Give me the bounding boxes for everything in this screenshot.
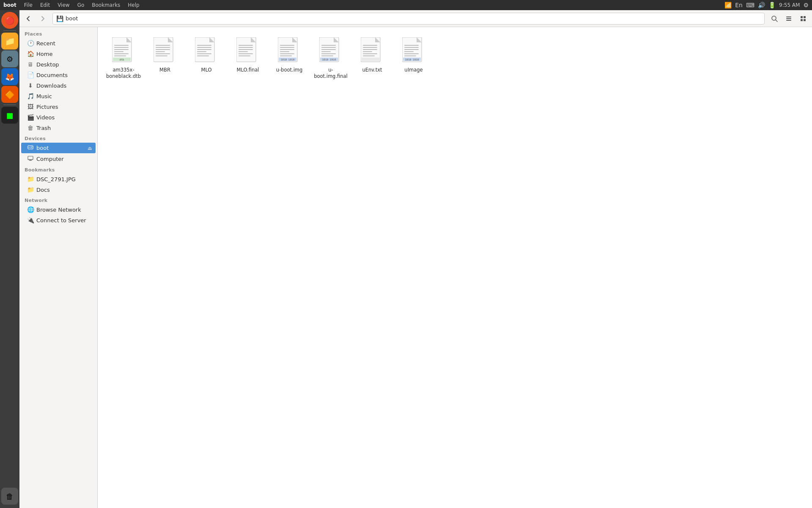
svg-rect-81	[404, 45, 419, 46]
settings-icon[interactable]: ⚙	[803, 2, 809, 8]
sidebar-item-documents[interactable]: 📄 Documents	[21, 70, 96, 80]
sidebar-item-desktop[interactable]: 🖥 Desktop	[21, 59, 96, 69]
svg-rect-36	[197, 45, 211, 46]
sidebar-item-pictures[interactable]: 🖼 Pictures	[21, 102, 96, 112]
svg-rect-19	[114, 47, 129, 48]
keyboard-icon[interactable]: ⌨	[746, 2, 754, 8]
file-icon-mlo	[193, 37, 220, 64]
file-icon-uenv-txt	[359, 37, 386, 64]
home-icon: 🏠	[27, 50, 34, 57]
svg-rect-56	[280, 53, 294, 54]
svg-rect-83	[404, 49, 419, 50]
svg-rect-3	[786, 18, 791, 19]
documents-icon: 📄	[27, 72, 34, 78]
svg-rect-75	[363, 51, 372, 52]
places-header: Places	[19, 29, 97, 38]
toolbar: 💾 boot	[19, 10, 812, 27]
svg-rect-78	[362, 58, 379, 61]
file-item-u-boot-img-final[interactable]: 1010 1010u-boot.img.final	[312, 34, 350, 83]
sidebar-label-boot: boot	[36, 145, 49, 151]
menu-edit[interactable]: Edit	[37, 1, 53, 9]
file-name-mlo: MLO	[201, 67, 212, 73]
dock-item-terminal[interactable]: ■	[1, 107, 18, 124]
sidebar-item-browse-network[interactable]: 🌐 Browse Network	[21, 204, 96, 215]
file-item-u-boot-img[interactable]: 1010 1010u-boot.img	[270, 34, 308, 83]
svg-rect-7	[801, 19, 803, 21]
sidebar-item-recent[interactable]: 🕐 Recent	[21, 38, 96, 48]
dock-separator-2	[3, 105, 16, 105]
file-item-am335x[interactable]: dtbam335x-boneblack.dtb	[104, 34, 143, 83]
menu-go[interactable]: Go	[74, 1, 88, 9]
dock-item-ubuntu[interactable]: 🔴	[1, 12, 18, 29]
menu-file[interactable]: File	[21, 1, 36, 9]
forward-button[interactable]	[36, 12, 49, 25]
sidebar-label-home: Home	[36, 51, 52, 57]
svg-rect-13	[28, 156, 33, 160]
sidebar-item-computer[interactable]: Computer	[21, 154, 96, 164]
sidebar-item-dsc2791[interactable]: 📁 DSC_2791.JPG	[21, 174, 96, 184]
svg-rect-73	[363, 47, 377, 48]
back-button[interactable]	[22, 12, 35, 25]
wifi-icon[interactable]: 📶	[724, 2, 732, 8]
sidebar-item-home[interactable]: 🏠 Home	[21, 49, 96, 59]
svg-rect-54	[280, 49, 294, 50]
connect-server-icon: 🔌	[27, 217, 34, 224]
svg-rect-63	[321, 47, 336, 48]
dock-item-firefox[interactable]: 🦊	[1, 68, 18, 85]
view-menu-button[interactable]	[782, 12, 795, 25]
recent-icon: 🕐	[27, 40, 34, 47]
menu-bookmarks[interactable]: Bookmarks	[88, 1, 123, 9]
svg-rect-84	[404, 51, 414, 52]
more-options-button[interactable]	[797, 12, 809, 25]
svg-rect-20	[114, 49, 129, 50]
volume-icon[interactable]: 🔊	[758, 2, 765, 8]
file-icon-uimage: 1010 1010	[400, 37, 427, 64]
sidebar-label-dsc2791: DSC_2791.JPG	[36, 176, 76, 182]
file-name-uimage: uImage	[404, 67, 422, 73]
dock-item-files[interactable]: 📁	[1, 33, 18, 50]
menu-view[interactable]: View	[54, 1, 73, 9]
file-item-uenv-txt[interactable]: uEnv.txt	[353, 34, 391, 83]
devices-header: Devices	[19, 133, 97, 142]
svg-rect-5	[801, 16, 803, 18]
svg-rect-12	[30, 148, 32, 148]
search-button[interactable]	[768, 12, 781, 25]
svg-rect-2	[786, 17, 791, 17]
file-item-mbr[interactable]: MBR	[146, 34, 184, 83]
svg-rect-55	[280, 51, 289, 52]
lang-indicator[interactable]: En	[735, 2, 743, 8]
svg-rect-65	[321, 51, 331, 52]
dock: 🔴 📁 ⚙ 🦊 🔶 ■ 🗑	[0, 10, 19, 508]
menu-bar: File Edit View Go Bookmarks Help	[21, 1, 143, 9]
svg-rect-33	[156, 55, 167, 56]
svg-text:1010
1010: 1010 1010	[322, 58, 336, 61]
sidebar-item-downloads[interactable]: ⬇ Downloads	[21, 80, 96, 91]
location-bar[interactable]: 💾 boot	[52, 13, 765, 25]
file-item-uimage[interactable]: 1010 1010uImage	[395, 34, 433, 83]
sidebar-item-boot[interactable]: boot ⏏	[21, 143, 96, 153]
dock-item-trash[interactable]: 🗑	[1, 488, 18, 505]
file-name-u-boot-img-final: u-boot.img.final	[313, 67, 348, 80]
computer-icon	[27, 155, 34, 163]
trash-icon: 🗑	[27, 124, 34, 131]
sidebar-item-music[interactable]: 🎵 Music	[21, 91, 96, 101]
file-item-mlo[interactable]: MLO	[187, 34, 225, 83]
svg-rect-9	[28, 146, 33, 149]
battery-icon[interactable]: 🔋	[768, 2, 776, 8]
sidebar-item-trash[interactable]: 🗑 Trash	[21, 123, 96, 133]
file-icon-am335x: dtb	[110, 37, 137, 64]
sidebar-item-connect-server[interactable]: 🔌 Connect to Server	[21, 215, 96, 225]
main-area: 🔴 📁 ⚙ 🦊 🔶 ■ 🗑	[0, 10, 812, 508]
dock-item-vlc[interactable]: 🔶	[1, 86, 18, 103]
sidebar-item-docs[interactable]: 📁 Docs	[21, 185, 96, 195]
svg-rect-82	[404, 47, 419, 48]
file-icon-mlo-final	[234, 37, 261, 64]
file-icon-mbr	[151, 37, 178, 64]
videos-icon: 🎬	[27, 114, 34, 121]
svg-rect-86	[404, 55, 416, 56]
menu-help[interactable]: Help	[124, 1, 143, 9]
eject-icon[interactable]: ⏏	[88, 145, 92, 151]
file-item-mlo-final[interactable]: MLO.final	[229, 34, 267, 83]
dock-item-settings[interactable]: ⚙	[1, 50, 18, 67]
sidebar-item-videos[interactable]: 🎬 Videos	[21, 112, 96, 122]
